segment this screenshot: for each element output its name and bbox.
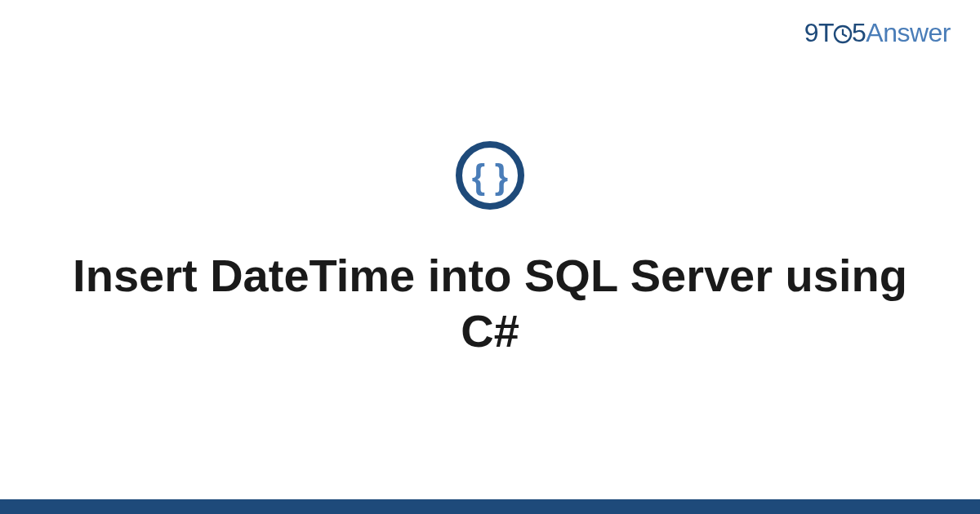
- bottom-accent-bar: [0, 499, 980, 514]
- code-braces-icon: { }: [455, 140, 525, 210]
- content-area: { } Insert DateTime into SQL Server usin…: [0, 0, 980, 499]
- page-title: Insert DateTime into SQL Server using C#: [61, 248, 919, 360]
- svg-text:{ }: { }: [472, 157, 508, 196]
